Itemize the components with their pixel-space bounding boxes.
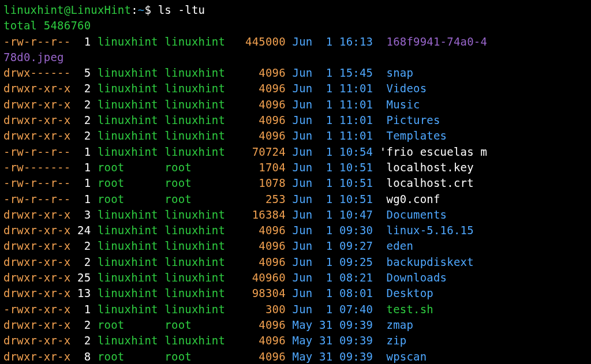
date-day: 1: [319, 287, 332, 299]
terminal-output[interactable]: linuxhint@LinuxHint:~$ ls -ltu total 548…: [3, 2, 588, 364]
group: linuxhint: [164, 256, 225, 268]
date-time: 07:40: [339, 303, 373, 316]
date-month: Jun: [293, 287, 313, 299]
owner: linuxhint: [98, 287, 158, 299]
command-text: ls -ltu: [158, 3, 205, 16]
group: linuxhint: [164, 287, 225, 299]
owner: root: [98, 161, 158, 174]
owner: linuxhint: [98, 66, 158, 79]
owner: root: [98, 318, 158, 331]
owner: linuxhint: [98, 256, 158, 268]
date-day: 1: [319, 82, 332, 95]
permissions: drwxr-xr-x: [3, 271, 70, 284]
group: linuxhint: [164, 145, 225, 158]
link-count: 2: [77, 239, 91, 252]
permissions: drwxr-xr-x: [3, 129, 70, 142]
date-month: Jun: [293, 271, 313, 284]
file-row: -rw------- 1 root root 1704 Jun 1 10:51 …: [3, 160, 588, 175]
file-name: Pictures: [380, 114, 440, 126]
size: 70724: [225, 145, 286, 158]
size: 4096: [225, 129, 286, 142]
size: 4096: [225, 334, 286, 347]
link-count: 25: [77, 271, 91, 284]
date-day: 31: [319, 318, 332, 331]
date-month: Jun: [293, 208, 313, 221]
permissions: drwxr-xr-x: [3, 208, 70, 221]
size: 253: [225, 193, 286, 205]
date-day: 1: [319, 256, 332, 268]
size: 4096: [225, 98, 286, 111]
date-day: 1: [319, 161, 332, 174]
link-count: 13: [77, 287, 91, 299]
date-time: 11:01: [339, 129, 373, 142]
link-count: 2: [77, 129, 91, 142]
group: linuxhint: [164, 129, 225, 142]
date-time: 10:47: [339, 208, 373, 221]
date-day: 1: [319, 35, 332, 48]
owner: linuxhint: [98, 208, 158, 221]
link-count: 2: [77, 334, 91, 347]
file-row: drwxr-xr-x 2 root root 4096 May 31 09:39…: [3, 317, 588, 333]
date-time: 11:01: [339, 114, 373, 126]
file-row: drwxr-xr-x 2 linuxhint linuxhint 4096 Ju…: [3, 97, 588, 112]
permissions: drwxr-xr-x: [3, 334, 70, 347]
size: 4096: [225, 114, 286, 126]
date-time: 11:01: [339, 82, 373, 95]
size: 4096: [225, 256, 286, 268]
owner: linuxhint: [98, 224, 158, 237]
date-month: May: [293, 318, 313, 331]
link-count: 2: [77, 82, 91, 95]
file-row: -rw-r--r-- 1 linuxhint linuxhint 70724 J…: [3, 144, 588, 160]
file-listing: -rw-r--r-- 1 linuxhint linuxhint 445000 …: [3, 34, 588, 364]
date-time: 10:51: [339, 193, 373, 205]
file-name: backupdiskext: [380, 256, 474, 268]
size: 98304: [225, 287, 286, 299]
file-name: 168f9941-74a0-4: [380, 35, 487, 48]
file-row: drwxr-xr-x 2 linuxhint linuxhint 4096 Ju…: [3, 112, 588, 128]
file-row: -rw-r--r-- 1 root root 253 Jun 1 10:51 w…: [3, 192, 588, 207]
prompt-user-host: linuxhint@LinuxHint: [3, 3, 131, 16]
file-name: Videos: [380, 82, 427, 95]
file-name: wpscan: [380, 350, 427, 363]
link-count: 1: [77, 161, 91, 174]
file-row: drwxr-xr-x 24 linuxhint linuxhint 4096 J…: [3, 223, 588, 238]
link-count: 1: [77, 35, 91, 48]
date-day: 31: [319, 350, 332, 363]
date-day: 1: [319, 239, 332, 252]
file-name: wg0.conf: [380, 193, 440, 205]
date-time: 08:21: [339, 271, 373, 284]
date-day: 1: [319, 271, 332, 284]
date-day: 1: [319, 303, 332, 316]
date-month: Jun: [293, 239, 313, 252]
file-row: drwxr-xr-x 2 linuxhint linuxhint 4096 Ju…: [3, 81, 588, 96]
date-month: Jun: [293, 129, 313, 142]
file-row: drwxr-xr-x 2 linuxhint linuxhint 4096 Ma…: [3, 333, 588, 348]
owner: linuxhint: [98, 98, 158, 111]
size: 4096: [225, 224, 286, 237]
link-count: 2: [77, 114, 91, 126]
date-month: Jun: [293, 35, 313, 48]
file-name: test.sh: [380, 303, 433, 316]
date-day: 1: [319, 145, 332, 158]
group: root: [164, 350, 225, 363]
link-count: 2: [77, 318, 91, 331]
file-name: Desktop: [380, 287, 433, 299]
link-count: 1: [77, 177, 91, 189]
owner: linuxhint: [98, 303, 158, 316]
link-count: 3: [77, 208, 91, 221]
link-count: 1: [77, 145, 91, 158]
group: root: [164, 177, 225, 189]
date-day: 1: [319, 129, 332, 142]
file-name: zmap: [380, 318, 413, 331]
permissions: -rw-r--r--: [3, 193, 70, 205]
permissions: drwxr-xr-x: [3, 239, 70, 252]
date-day: 1: [319, 193, 332, 205]
size: 40960: [225, 271, 286, 284]
file-row: drwxr-xr-x 25 linuxhint linuxhint 40960 …: [3, 270, 588, 286]
date-month: Jun: [293, 224, 313, 237]
file-row: drwxr-xr-x 3 linuxhint linuxhint 16384 J…: [3, 207, 588, 223]
date-month: Jun: [293, 256, 313, 268]
owner: linuxhint: [98, 82, 158, 95]
size: 16384: [225, 208, 286, 221]
total-line: total 5486760: [3, 18, 588, 33]
